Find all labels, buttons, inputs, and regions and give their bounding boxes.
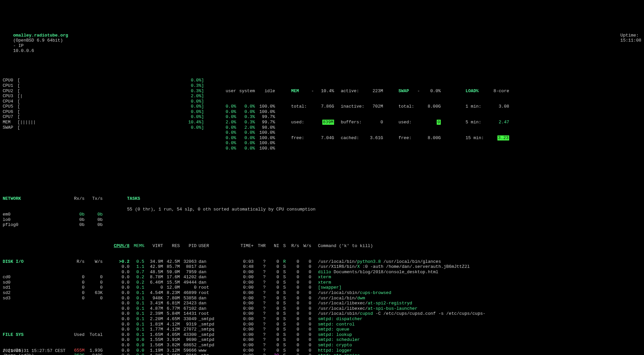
process-row[interactable]: 0.00.12.39M5.84M14431root0:00?0S00/usr/l… bbox=[111, 311, 641, 316]
process-row[interactable]: 0.00.14.54M8.23M46899root0:00?0S00/usr/l… bbox=[111, 290, 641, 296]
proc-res-head[interactable]: RES bbox=[163, 243, 180, 249]
filesys-total-head: Total bbox=[85, 332, 103, 338]
tasks-text: 55 (0 thr), 1 run, 54 slp, 0 oth sorted … bbox=[127, 207, 316, 212]
usi-idle-head: idle bbox=[255, 88, 275, 94]
mem-pct: 10.4% bbox=[315, 88, 334, 94]
uptime-value: 15:11:08 bbox=[621, 38, 641, 43]
tasks-title: TASKS bbox=[127, 196, 140, 201]
load-15min-label: 15 min: bbox=[466, 135, 489, 141]
mem-total-label: total: bbox=[291, 104, 311, 109]
process-row[interactable]: 0.00.01.31M3.05M9019_ntp0:00?-20S00ntpd:… bbox=[111, 353, 641, 355]
usi-row: 0.0%0.0%100.0% bbox=[217, 109, 278, 115]
load-column: LOAD%8-core 1 min:3.08 5 min:2.47 15 min… bbox=[466, 78, 519, 162]
proc-ws-head[interactable]: W/s bbox=[299, 243, 311, 249]
cpu-bar-row: CPU3[|2.0%] bbox=[3, 94, 204, 99]
network-title: NETWORK bbox=[3, 196, 66, 201]
diskio-row: sd300 bbox=[3, 296, 107, 301]
proc-mem-head[interactable]: MEM% bbox=[129, 243, 144, 249]
load-1min-value: 3.08 bbox=[489, 104, 509, 109]
process-row[interactable]: 0.00.12.20M4.65M33049_smtpd0:00?0S00smtp… bbox=[111, 316, 641, 322]
load-5min-label: 5 min: bbox=[466, 120, 489, 125]
proc-time-head[interactable]: TIME+ bbox=[217, 243, 254, 249]
network-row: lo00b0b bbox=[3, 217, 107, 223]
process-row[interactable]: 0.00.1948K7.80M53858dan0:00?0S00/usr/loc… bbox=[111, 296, 641, 301]
process-row[interactable]: 0.00.11.65M4.05M43300_smtpd0:00?0S00smtp… bbox=[111, 332, 641, 338]
process-row[interactable]: 0.00.13.41M6.81M23423dan0:00?0S00/usr/lo… bbox=[111, 301, 641, 306]
uptime-label: Uptime: bbox=[621, 33, 639, 38]
process-row[interactable]: 0.00.1012.0M0root0:00?0S00[swapper] bbox=[111, 285, 641, 290]
diskio-row: sd2063K bbox=[3, 290, 107, 296]
process-row[interactable]: 0.00.28.78M17.6M41202dan0:00?0S00xterm bbox=[111, 275, 641, 280]
proc-thr-head[interactable]: THR bbox=[254, 243, 266, 249]
cpu-bars: CPU0[0.0%]CPU1[0.3%]CPU2[0.3%]CPU3[|2.0%… bbox=[3, 78, 204, 162]
diskio-w-head: W/s bbox=[85, 259, 103, 264]
usi-row: 0.0%0.0%100.0% bbox=[217, 130, 278, 135]
left-column: NETWORKRx/sTx/s em00b0blo00b0bpflog00b0b… bbox=[3, 181, 107, 355]
mem-column: MEM-10.4%active:223M total:7.86Ginactive… bbox=[291, 78, 385, 162]
cpu-bar-row: SWAP[0.0%] bbox=[3, 125, 204, 130]
header-bar: omalley.radiotube.org (OpenBSD 6.9 64bit… bbox=[3, 27, 641, 59]
swap-column: SWAP-0.0% total:8.00G used:0 free:8.00G bbox=[398, 78, 452, 162]
proc-s-head[interactable]: S bbox=[279, 243, 286, 249]
process-row[interactable]: 0.00.01.19M3.12M59666www0:00?0S00httpd: … bbox=[111, 348, 641, 353]
process-row[interactable]: >0.20.534.9M42.5M32063dan0:03?0R00/usr/l… bbox=[111, 259, 641, 264]
proc-pid-head[interactable]: PID bbox=[180, 243, 197, 249]
process-row[interactable]: 0.00.11.81M4.12M9319_smtpd0:00?0S00smtpd… bbox=[111, 322, 641, 327]
proc-user-head[interactable]: USER bbox=[197, 243, 217, 249]
mem-inactive-label: inactive: bbox=[334, 104, 364, 109]
usi-row: 0.0%0.0%100.0% bbox=[217, 140, 278, 146]
top-stats-grid: CPU0[0.0%]CPU1[0.3%]CPU2[0.3%]CPU3[|2.0%… bbox=[3, 78, 641, 162]
cpu-bar-row: CPU7[0.0%] bbox=[3, 114, 204, 120]
mem-free-label: free: bbox=[291, 135, 311, 141]
load-15min-value: 3.23 bbox=[497, 135, 509, 140]
status-timestamp: 2021-05-31 15:27:57 CEST bbox=[3, 348, 65, 354]
cpu-bar-row: CPU6[0.0%] bbox=[3, 109, 204, 115]
os-info: (OpenBSD 6.9 64bit) bbox=[13, 38, 63, 43]
process-row[interactable]: 0.00.26.46M15.5M49444dan0:00?0S00xterm bbox=[111, 280, 641, 285]
swap-pct: 0.0% bbox=[421, 88, 441, 94]
main-grid: NETWORKRx/sTx/s em00b0blo00b0bpflog00b0b… bbox=[3, 181, 641, 355]
mem-total-value: 7.86G bbox=[315, 104, 334, 109]
usi-column: user system idle 0.0%0.0%100.0%0.0%0.0%1… bbox=[217, 78, 278, 162]
filesys-used-head: Used bbox=[66, 332, 85, 338]
mem-free-value: 7.04G bbox=[315, 135, 334, 141]
mem-title: MEM bbox=[291, 88, 311, 94]
cpu-bar-row: CPU1[0.3%] bbox=[3, 83, 204, 88]
filesys-title: FILE SYS bbox=[3, 332, 66, 338]
ip-label: - IP bbox=[13, 43, 23, 48]
process-row[interactable]: 0.00.01.55M3.91M9690_smtpd0:00?0S00smtpd… bbox=[111, 337, 641, 343]
process-row[interactable]: 0.00.01.56M3.82M68652_smtpd0:00?0S00smtp… bbox=[111, 343, 641, 348]
swap-used-value: 0 bbox=[437, 120, 441, 125]
mem-used-label: used: bbox=[291, 120, 311, 125]
usi-row: 0.0%2.0%98.0% bbox=[217, 125, 278, 130]
process-row[interactable]: 0.00.11.77M4.12M27072_smtpq0:00?0S00smtp… bbox=[111, 327, 641, 332]
process-row[interactable]: 0.01.142.9M85.7M8017dan0:48?0S00/usr/X11… bbox=[111, 264, 641, 270]
swap-total-value: 8.00G bbox=[421, 104, 441, 109]
proc-cmd-head[interactable]: Command ('k' to kill) bbox=[311, 243, 373, 249]
usi-row: 0.0%0.0%100.0% bbox=[217, 146, 278, 151]
load-core: 8-core bbox=[489, 88, 509, 94]
proc-virt-head[interactable]: VIRT bbox=[144, 243, 163, 249]
proc-rs-head[interactable]: R/s bbox=[286, 243, 299, 249]
cpu-bar-row: MEM [||||||10.4%] bbox=[3, 120, 204, 125]
network-rx-head: Rx/s bbox=[66, 196, 85, 201]
mem-cached-value: 3.61G bbox=[364, 135, 383, 141]
usi-user-head: user bbox=[217, 88, 236, 94]
process-row[interactable]: 0.00.14.87M6.77M67102dan0:00?0S00/usr/lo… bbox=[111, 306, 641, 311]
proc-ni-head[interactable]: NI bbox=[266, 243, 279, 249]
swap-total-label: total: bbox=[398, 104, 417, 109]
load-5min-value: 2.47 bbox=[489, 120, 509, 125]
hostname: omalley.radiotube.org bbox=[13, 33, 68, 38]
mem-buffers-value: 0 bbox=[364, 120, 383, 125]
process-row[interactable]: 0.00.748.5M59.0M7959dan0:00?0S00dillo Do… bbox=[111, 270, 641, 275]
diskio-row: cd000 bbox=[3, 275, 107, 280]
swap-free-value: 8.00G bbox=[421, 135, 441, 141]
mem-active-value: 223M bbox=[364, 88, 383, 94]
proc-cpu-head[interactable]: CPU%/8 bbox=[111, 243, 129, 249]
network-row: em00b0b bbox=[3, 212, 107, 217]
diskio-row: sd000 bbox=[3, 280, 107, 285]
diskio-row: sd100 bbox=[3, 285, 107, 290]
load-1min-label: 1 min: bbox=[466, 104, 489, 109]
cpu-bar-row: CPU4[0.0%] bbox=[3, 99, 204, 104]
usi-row: 0.0%0.0%100.0% bbox=[217, 135, 278, 141]
